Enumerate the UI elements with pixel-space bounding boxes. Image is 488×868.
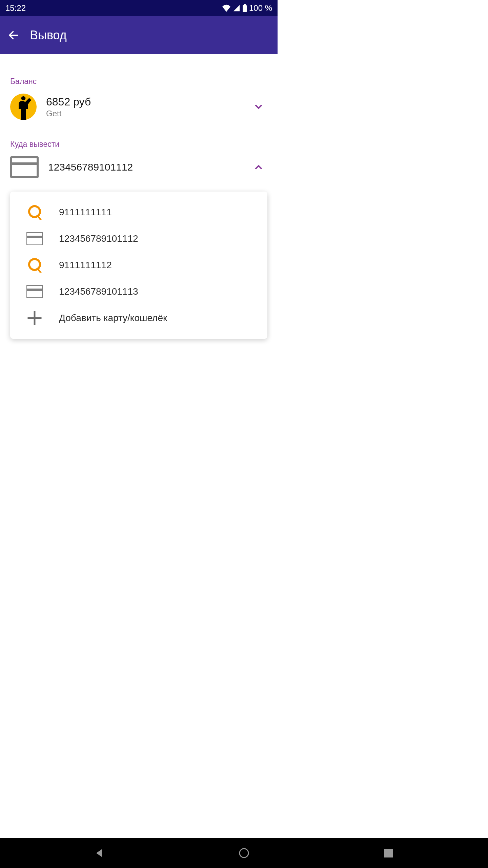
dropdown-item-qiwi-1[interactable]: 9111111111 (10, 199, 267, 225)
battery-icon (242, 4, 247, 12)
app-bar: Вывод (0, 16, 278, 54)
svg-rect-0 (243, 5, 247, 12)
destination-selected-value: 123456789101112 (48, 161, 253, 173)
status-battery: 100 % (249, 3, 272, 13)
svg-rect-10 (26, 285, 43, 298)
arrow-left-icon (7, 29, 20, 41)
balance-amount: 6852 руб (46, 96, 253, 108)
status-time: 15:22 (5, 3, 26, 13)
svg-rect-1 (244, 4, 246, 5)
balance-service-avatar (10, 94, 37, 120)
person-silhouette-icon (13, 96, 34, 120)
dropdown-item-qiwi-2[interactable]: 9111111112 (10, 252, 267, 278)
chevron-down-icon (253, 101, 264, 112)
dropdown-item-label: 123456789101113 (59, 286, 138, 297)
qiwi-icon (26, 204, 43, 220)
dropdown-item-label: 9111111112 (59, 260, 112, 271)
destination-section-label: Куда вывести (10, 140, 267, 149)
status-bar: 15:22 100 % (0, 0, 278, 16)
back-button[interactable] (5, 27, 22, 43)
dropdown-item-label: 123456789101112 (59, 233, 138, 244)
card-icon (26, 231, 43, 247)
page-title: Вывод (30, 28, 67, 42)
qiwi-icon (26, 257, 43, 273)
dropdown-item-card-1[interactable]: 123456789101112 (10, 225, 267, 252)
card-icon (26, 283, 43, 300)
balance-selector[interactable]: 6852 руб Gett (10, 94, 267, 120)
chevron-up-icon (253, 162, 264, 173)
svg-rect-4 (12, 158, 37, 162)
balance-service-name: Gett (46, 109, 253, 118)
svg-point-9 (29, 259, 40, 270)
svg-point-6 (29, 206, 40, 217)
dropdown-item-add[interactable]: Добавить карту/кошелёк (10, 305, 267, 331)
dropdown-item-label: 9111111111 (59, 207, 112, 218)
svg-rect-11 (26, 289, 43, 291)
signal-icon (233, 4, 240, 12)
svg-rect-8 (26, 236, 43, 238)
balance-text-block: 6852 руб Gett (46, 96, 253, 118)
content-area: Баланс 6852 руб Gett Куда вывести 123456… (0, 77, 278, 339)
plus-icon (26, 310, 43, 326)
svg-rect-5 (12, 165, 37, 176)
dropdown-item-card-2[interactable]: 123456789101113 (10, 278, 267, 305)
destination-selector[interactable]: 123456789101112 (10, 156, 267, 178)
balance-section-label: Баланс (10, 77, 267, 86)
card-icon (10, 156, 39, 178)
wifi-icon (222, 4, 231, 12)
dropdown-add-label: Добавить карту/кошелёк (59, 313, 167, 323)
status-right: 100 % (222, 3, 272, 13)
svg-rect-7 (26, 232, 43, 245)
destination-dropdown: 9111111111 123456789101112 9111111112 12… (10, 192, 267, 339)
